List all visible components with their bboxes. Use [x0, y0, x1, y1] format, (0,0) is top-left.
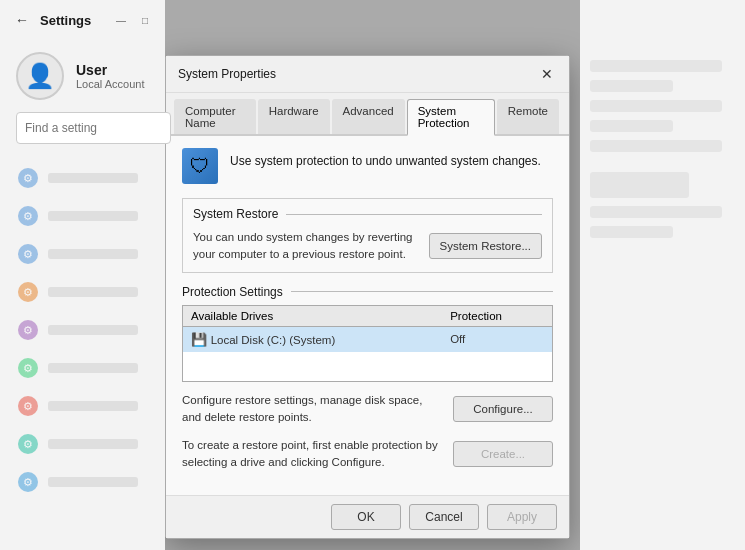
sidebar-item-accounts-label	[48, 363, 138, 373]
sidebar-item-bluetooth-label	[48, 211, 138, 221]
shield-icon: 🛡	[190, 155, 210, 178]
settings-titlebar: ← Settings — □	[0, 0, 165, 40]
dialog-close-button[interactable]: ✕	[537, 64, 557, 84]
sidebar-item-time[interactable]: ⚙	[8, 388, 157, 424]
sidebar-item-gaming[interactable]: ⚙	[8, 426, 157, 462]
tab-advanced[interactable]: Advanced	[332, 99, 405, 134]
protection-settings-label: Protection Settings	[182, 285, 553, 299]
time-icon: ⚙	[18, 396, 38, 416]
header-row: 🛡 Use system protection to undo unwanted…	[182, 148, 553, 184]
tab-remote[interactable]: Remote	[497, 99, 559, 134]
protection-status-cell: Off	[442, 326, 552, 352]
network-icon: ⚙	[18, 244, 38, 264]
settings-right-panel	[580, 0, 745, 550]
avatar: 👤	[16, 52, 64, 100]
protection-settings-section: Protection Settings Available Drives Pro…	[182, 285, 553, 472]
apps-icon: ⚙	[18, 320, 38, 340]
user-section: 👤 User Local Account	[0, 40, 165, 112]
sidebar-item-gaming-label	[48, 439, 138, 449]
accounts-icon: ⚙	[18, 358, 38, 378]
user-name: User	[76, 62, 145, 78]
personalisation-icon: ⚙	[18, 282, 38, 302]
system-icon: ⚙	[18, 168, 38, 188]
table-spacer-row	[183, 352, 553, 382]
drive-icon: 💾	[191, 332, 211, 347]
sidebar-nav: ⚙ ⚙ ⚙ ⚙ ⚙ ⚙ ⚙ ⚙	[0, 160, 165, 500]
system-restore-button[interactable]: System Restore...	[429, 233, 542, 259]
col-protection: Protection	[442, 305, 552, 326]
header-description: Use system protection to undo unwanted s…	[230, 152, 541, 170]
dialog-title: System Properties	[178, 67, 276, 81]
drive-name: Local Disk (C:) (System)	[211, 334, 336, 346]
sidebar-item-accessibility[interactable]: ⚙	[8, 464, 157, 500]
search-input[interactable]	[16, 112, 171, 144]
system-restore-section: System Restore You can undo system chang…	[182, 198, 553, 273]
search-container	[16, 112, 149, 144]
sidebar-item-personalisation-label	[48, 287, 138, 297]
system-restore-row: You can undo system changes by reverting…	[193, 229, 542, 264]
settings-title: Settings	[40, 13, 91, 28]
system-restore-label: System Restore	[193, 207, 542, 221]
sidebar-item-apps[interactable]: ⚙	[8, 312, 157, 348]
bluetooth-icon: ⚙	[18, 206, 38, 226]
user-avatar-icon: 👤	[25, 62, 55, 90]
accessibility-icon: ⚙	[18, 472, 38, 492]
configure-row: Configure restore settings, manage disk …	[182, 392, 553, 427]
system-protection-icon: 🛡	[182, 148, 218, 184]
drives-table: Available Drives Protection 💾 Local Disk…	[182, 305, 553, 383]
user-info: User Local Account	[76, 62, 145, 90]
sidebar-item-time-label	[48, 401, 138, 411]
minimize-icon[interactable]: —	[113, 12, 129, 28]
sidebar-item-bluetooth[interactable]: ⚙	[8, 198, 157, 234]
configure-desc: Configure restore settings, manage disk …	[182, 392, 453, 427]
create-desc: To create a restore point, first enable …	[182, 437, 453, 472]
gaming-icon: ⚙	[18, 434, 38, 454]
dialog-titlebar: System Properties ✕	[166, 56, 569, 93]
create-button[interactable]: Create...	[453, 441, 553, 467]
sidebar-item-personalisation[interactable]: ⚙	[8, 274, 157, 310]
tab-hardware[interactable]: Hardware	[258, 99, 330, 134]
sidebar-item-apps-label	[48, 325, 138, 335]
sidebar-item-network-label	[48, 249, 138, 259]
dialog-tabs: Computer Name Hardware Advanced System P…	[166, 93, 569, 136]
create-row: To create a restore point, first enable …	[182, 437, 553, 472]
system-properties-dialog: System Properties ✕ Computer Name Hardwa…	[165, 55, 570, 539]
sidebar-item-system[interactable]: ⚙	[8, 160, 157, 196]
dialog-body: 🛡 Use system protection to undo unwanted…	[166, 136, 569, 495]
tab-system-protection[interactable]: System Protection	[407, 99, 495, 136]
configure-button[interactable]: Configure...	[453, 396, 553, 422]
drives-table-header: Available Drives Protection	[183, 305, 553, 326]
sidebar-item-accessibility-label	[48, 477, 138, 487]
sidebar-item-system-label	[48, 173, 138, 183]
sidebar-item-network[interactable]: ⚙	[8, 236, 157, 272]
maximize-icon[interactable]: □	[137, 12, 153, 28]
ok-button[interactable]: OK	[331, 504, 401, 530]
tab-computer-name[interactable]: Computer Name	[174, 99, 256, 134]
dialog-footer: OK Cancel Apply	[166, 495, 569, 538]
system-restore-desc: You can undo system changes by reverting…	[193, 229, 429, 264]
settings-sidebar: ← Settings — □ 👤 User Local Account ⚙ ⚙	[0, 0, 165, 550]
back-icon[interactable]: ←	[12, 10, 32, 30]
col-available-drives: Available Drives	[183, 305, 443, 326]
cancel-button[interactable]: Cancel	[409, 504, 479, 530]
sidebar-item-accounts[interactable]: ⚙	[8, 350, 157, 386]
user-subtitle: Local Account	[76, 78, 145, 90]
table-row[interactable]: 💾 Local Disk (C:) (System) Off	[183, 326, 553, 352]
drive-name-cell: 💾 Local Disk (C:) (System)	[183, 326, 443, 352]
window-controls: — □	[113, 12, 153, 28]
apply-button[interactable]: Apply	[487, 504, 557, 530]
